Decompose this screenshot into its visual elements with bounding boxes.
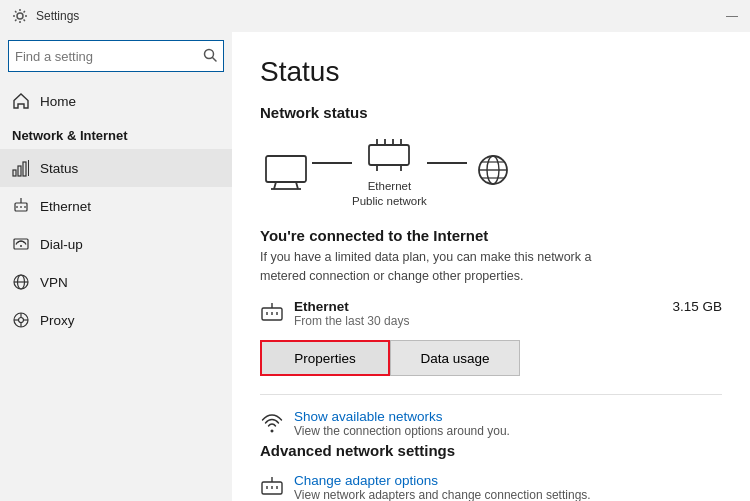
svg-rect-27 bbox=[369, 145, 409, 165]
content-area: Home Network & Internet Status bbox=[0, 32, 750, 501]
available-networks-row: Show available networks View the connect… bbox=[260, 409, 722, 438]
divider bbox=[260, 394, 722, 395]
globe-icon bbox=[467, 152, 519, 192]
vpn-icon bbox=[12, 273, 30, 291]
sidebar-section-title: Network & Internet bbox=[0, 120, 232, 149]
proxy-icon bbox=[12, 311, 30, 329]
ethernet-diagram-label: Ethernet Public network bbox=[352, 179, 427, 209]
sidebar-item-home[interactable]: Home bbox=[0, 82, 232, 120]
change-adapter-sub: View network adapters and change connect… bbox=[294, 488, 591, 501]
adapter-icon bbox=[260, 475, 284, 499]
switch-icon-block: Ethernet Public network bbox=[352, 135, 427, 209]
svg-rect-6 bbox=[28, 160, 29, 176]
computer-icon bbox=[260, 152, 312, 192]
ethernet-days: From the last 30 days bbox=[294, 314, 662, 328]
dialup-label: Dial-up bbox=[40, 237, 83, 252]
computer-icon-block bbox=[260, 152, 312, 192]
main-panel: Status Network status bbox=[232, 32, 750, 501]
search-box[interactable] bbox=[8, 40, 224, 72]
sidebar: Home Network & Internet Status bbox=[0, 32, 232, 501]
advanced-section: Advanced network settings Change adapter… bbox=[260, 442, 722, 501]
globe-icon-block bbox=[467, 152, 519, 192]
network-status-label: Network status bbox=[260, 104, 722, 121]
ethernet-name: Ethernet bbox=[294, 299, 662, 314]
svg-point-18 bbox=[19, 318, 24, 323]
data-usage-button[interactable]: Data usage bbox=[390, 340, 520, 376]
vpn-label: VPN bbox=[40, 275, 68, 290]
home-icon bbox=[12, 92, 30, 110]
connected-sub: If you have a limited data plan, you can… bbox=[260, 248, 722, 286]
action-buttons: Properties Data usage bbox=[260, 340, 722, 376]
net-line-2 bbox=[427, 162, 467, 164]
sidebar-item-status[interactable]: Status bbox=[0, 149, 232, 187]
svg-rect-4 bbox=[18, 166, 21, 176]
available-networks-title[interactable]: Show available networks bbox=[294, 409, 510, 424]
proxy-label: Proxy bbox=[40, 313, 75, 328]
sidebar-item-vpn[interactable]: VPN bbox=[0, 263, 232, 301]
search-input[interactable] bbox=[15, 49, 203, 64]
status-label: Status bbox=[40, 161, 78, 176]
change-adapter-row: Change adapter options View network adap… bbox=[260, 473, 722, 501]
ethernet-card-row: Ethernet From the last 30 days 3.15 GB bbox=[260, 299, 722, 328]
svg-rect-3 bbox=[13, 170, 16, 176]
available-networks-sub: View the connection options around you. bbox=[294, 424, 510, 438]
home-label: Home bbox=[40, 94, 76, 109]
svg-line-25 bbox=[296, 182, 298, 189]
ethernet-size: 3.15 GB bbox=[672, 299, 722, 314]
change-adapter-title[interactable]: Change adapter options bbox=[294, 473, 591, 488]
ethernet-label: Ethernet bbox=[40, 199, 91, 214]
sidebar-item-dialup[interactable]: Dial-up bbox=[0, 225, 232, 263]
sidebar-item-ethernet[interactable]: Ethernet bbox=[0, 187, 232, 225]
svg-line-2 bbox=[213, 57, 217, 61]
available-networks-info: Show available networks View the connect… bbox=[294, 409, 510, 438]
net-line-1 bbox=[312, 162, 352, 164]
app-title: Settings bbox=[36, 9, 79, 23]
ethernet-nav-icon bbox=[12, 197, 30, 215]
ethernet-info: Ethernet From the last 30 days bbox=[294, 299, 662, 328]
svg-point-0 bbox=[17, 13, 23, 19]
advanced-title: Advanced network settings bbox=[260, 442, 722, 459]
connected-title: You're connected to the Internet bbox=[260, 227, 722, 244]
page-title: Status bbox=[260, 56, 722, 88]
properties-button[interactable]: Properties bbox=[260, 340, 390, 376]
minimize-button[interactable]: — bbox=[726, 9, 738, 23]
status-icon bbox=[12, 159, 30, 177]
title-bar-left: Settings bbox=[12, 8, 79, 24]
settings-gear-icon bbox=[12, 8, 28, 24]
ethernet-card-icon bbox=[260, 301, 284, 325]
sidebar-item-proxy[interactable]: Proxy bbox=[0, 301, 232, 339]
change-adapter-info: Change adapter options View network adap… bbox=[294, 473, 591, 501]
svg-rect-23 bbox=[266, 156, 306, 182]
svg-line-24 bbox=[274, 182, 276, 189]
network-diagram: Ethernet Public network bbox=[260, 135, 722, 209]
search-icon bbox=[203, 48, 217, 65]
dialup-icon bbox=[12, 235, 30, 253]
switch-icon bbox=[363, 135, 415, 175]
wifi-icon bbox=[260, 411, 284, 435]
title-bar: Settings — bbox=[0, 0, 750, 32]
svg-rect-5 bbox=[23, 162, 26, 176]
svg-point-13 bbox=[20, 245, 22, 247]
